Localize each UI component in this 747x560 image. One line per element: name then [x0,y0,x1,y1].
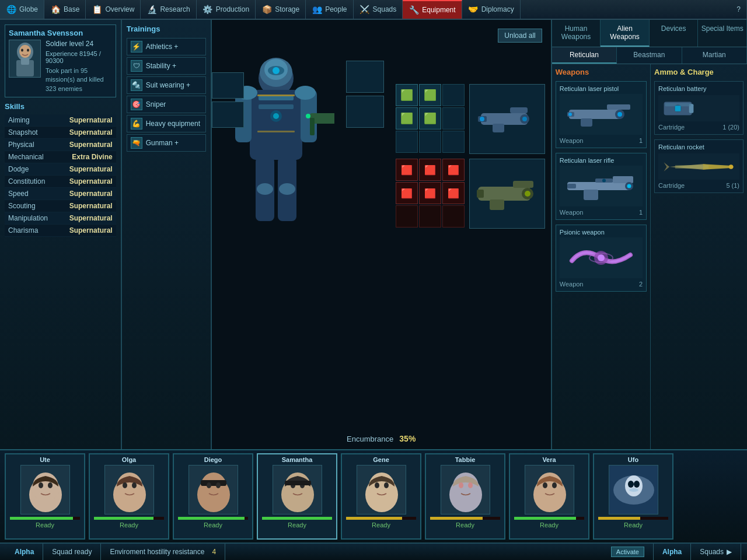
nav-research[interactable]: 🔬 Research [141,0,196,19]
head-slot[interactable] [212,72,244,99]
tab-reticulan[interactable]: Reticulan [552,47,617,64]
weapons-header: Weapons [556,68,647,76]
skill-row-aiming: AimingSupernatural [5,114,116,127]
svg-point-76 [132,482,137,488]
char-card-ute[interactable]: Ute Ready [5,453,85,540]
char-name: Tabbie [455,454,476,465]
svg-rect-15 [259,96,294,100]
inv-cell[interactable]: 🟩 [396,107,418,130]
svg-point-18 [295,86,316,100]
weapon-slot-2[interactable] [346,96,384,128]
svg-point-22 [306,114,310,118]
char-name: Ute [40,454,50,465]
nav-help[interactable]: ? [731,0,747,19]
training-item-3[interactable]: 🎯Sniper [127,96,206,113]
char-card-gene[interactable]: Gene Ready [341,453,421,540]
char-name: Olga [122,454,136,465]
people-icon: 👥 [312,4,322,15]
ammo-cell[interactable]: 🟥 [396,182,418,204]
char-name: Diego [204,454,222,465]
ammo-cell[interactable]: 🟥 [442,159,465,181]
tab-human-weapons[interactable]: Human Weapons [552,20,601,47]
svg-point-98 [468,482,473,488]
inv-cell[interactable] [442,131,465,153]
weapon-type-tabs: Human Weapons Alien Weapons Devices Spec… [552,20,747,47]
ammo-cell[interactable] [442,205,465,228]
char-card-olga[interactable]: Olga Ready [89,453,169,540]
weapon-card-laser-pistol[interactable]: Reticulan laser pistol W [556,81,647,148]
character-missions: Took part in 95 mission(s) and killed 32… [46,66,112,93]
inv-cell[interactable]: 🟩 [396,84,418,106]
ammo-card-rocket[interactable]: Reticulan rocket Cartridge 5 (1) [654,139,743,193]
inv-cell[interactable] [396,131,418,153]
inv-cell[interactable]: 🟩 [419,84,441,106]
ammo-cell[interactable] [419,205,441,228]
inv-cell[interactable]: 🟩 [419,107,441,130]
activate-button[interactable]: Activate [611,547,644,557]
ammo-cell[interactable] [396,205,418,228]
char-card-tabbie[interactable]: Tabbie Ready [425,453,505,540]
weapon-card-psionic[interactable]: Psionic weapon Weapon 2 [556,225,647,292]
weapon-slot-1[interactable] [346,61,384,93]
secondary-weapon-slot[interactable] [469,159,545,229]
ammo-cell[interactable]: 🟥 [419,182,441,204]
ammo-cell[interactable]: 🟥 [442,182,465,204]
training-item-1[interactable]: 🛡Stability + [127,57,206,75]
hp-fill [262,517,333,520]
training-item-2[interactable]: 🔩Suit wearing + [127,76,206,94]
large-weapon-slot[interactable] [469,84,545,154]
trainings-title: Trainings [127,24,206,33]
training-item-0[interactable]: ⚡Athletics + [127,38,206,55]
tab-beastman[interactable]: Beastman [617,47,682,64]
ammo-card-battery[interactable]: Reticulan battery Cartridge 1 (20) [654,81,743,135]
tab-martian[interactable]: Martian [682,47,747,64]
body-slot[interactable] [212,102,244,128]
unload-all-button[interactable]: Unload all [498,29,542,43]
training-item-5[interactable]: 🔫Gunman + [127,134,206,152]
nav-storage[interactable]: 📦 Storage [256,0,306,19]
char-portrait [525,465,574,514]
nav-overview[interactable]: 📋 Overview [86,0,141,19]
nav-globe[interactable]: 🌐 Globe [0,0,44,19]
training-item-4[interactable]: 💪Heavy equipment [127,115,206,132]
char-card-vera[interactable]: Vera Ready [509,453,589,540]
inv-cell[interactable] [442,84,465,106]
tab-alien-weapons[interactable]: Alien Weapons [601,20,650,47]
nav-equipment[interactable]: 🔧 Equipment [403,0,462,19]
hp-bar [178,517,249,520]
character-strip: Ute Ready Olga [0,449,747,542]
ammo-cell[interactable]: 🟥 [419,159,441,181]
status-bar: Alpha Squad ready Enviroment hostility r… [0,542,747,560]
weapon-card-laser-rifle[interactable]: Reticulan laser rifle [556,153,647,220]
nav-production[interactable]: ⚙️ Production [197,0,256,19]
character-info-row: Soldier level 24 Experience 81945 / 9030… [9,40,112,93]
soldier-view [218,26,334,236]
char-card-diego[interactable]: Diego Ready [173,453,253,540]
svg-rect-27 [257,94,295,96]
skill-row-snapshot: SnapshotSupernatural [5,127,116,139]
svg-point-48 [568,113,572,116]
nav-base[interactable]: 🏠 Base [44,0,86,19]
nav-diplomacy[interactable]: 🤝 Diplomacy [462,0,521,19]
hp-bar [598,517,669,520]
char-card-samantha[interactable]: Samantha Ready [257,453,337,540]
nav-people[interactable]: 👥 People [306,0,353,19]
tab-special-items[interactable]: Special Items [698,20,747,47]
center-panel: 🟩 🟩 🟩 🟩 [212,20,551,449]
ammo-cell[interactable]: 🟥 [396,159,418,181]
svg-point-26 [279,183,295,195]
tab-devices[interactable]: Devices [650,20,699,47]
inv-cell[interactable] [442,107,465,130]
character-header: Samantha Svensson Soldier level 24 [5,24,116,97]
inv-cell[interactable] [419,131,441,153]
svg-point-56 [602,179,606,183]
char-card-ufo[interactable]: Ufo Ready [593,453,673,540]
squads-label[interactable]: Squads ▶ [691,544,741,560]
svg-point-46 [617,112,622,117]
svg-rect-88 [285,481,311,485]
encumbrance-label: Encumbrance [347,435,393,443]
weapon-image [560,166,643,206]
svg-point-79 [201,473,226,501]
nav-squads[interactable]: ⚔️ Squads [354,0,403,19]
svg-point-81 [207,482,211,488]
